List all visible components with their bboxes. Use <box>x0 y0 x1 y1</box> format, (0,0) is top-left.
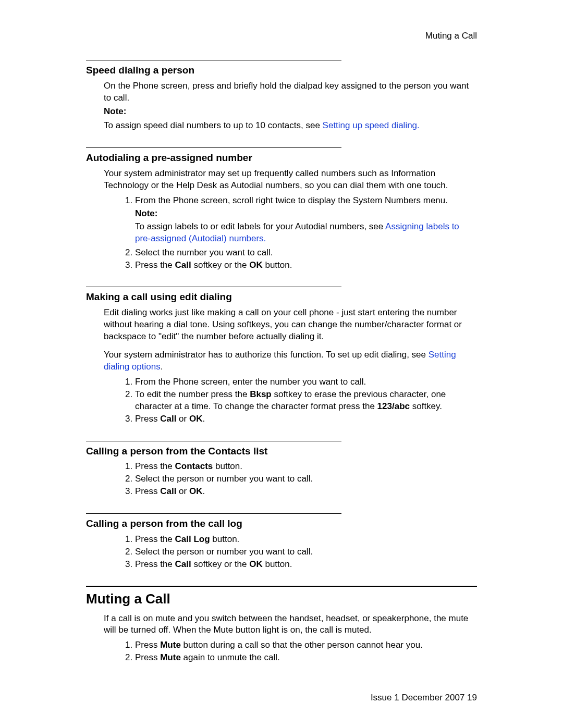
text-run: Your system administrator has to authori… <box>104 350 429 360</box>
section-rule <box>86 60 341 60</box>
ordered-steps: Press Mute button during a call so that … <box>86 639 477 664</box>
step-item: Press the Call softkey or the OK button. <box>135 559 477 571</box>
step-item: Press Mute button during a call so that … <box>135 639 477 651</box>
section-heading: Calling a person from the call log <box>86 517 477 530</box>
section-rule <box>86 513 341 514</box>
text-run: button. <box>210 534 240 544</box>
step-item: Press Call or OK. <box>135 413 477 425</box>
step-item: Select the person or number you want to … <box>135 473 477 485</box>
major-heading: Muting a Call <box>86 590 477 608</box>
ordered-steps: Press the Call Log button. Select the pe… <box>86 534 477 571</box>
section-edit-dialing: Making a call using edit dialing Edit di… <box>86 287 477 425</box>
bold-run: Call Log <box>175 534 210 544</box>
bold-run: Call <box>175 260 191 270</box>
step-item: Press the Contacts button. <box>135 461 477 473</box>
section-heading: Calling a person from the Contacts list <box>86 445 477 458</box>
bold-run: 123/abc <box>377 401 410 411</box>
ordered-steps: From the Phone screen, enter the number … <box>86 376 477 425</box>
note-label: Note: <box>135 208 477 220</box>
bold-run: OK <box>189 414 203 424</box>
paragraph: Edit dialing works just like making a ca… <box>104 307 477 343</box>
bold-run: Call <box>160 414 176 424</box>
bold-run: Call <box>175 559 191 569</box>
text-run: . <box>202 414 205 424</box>
text-run: . <box>161 362 163 372</box>
page-footer: Issue 1 December 2007 19 <box>371 692 477 704</box>
paragraph: On the Phone screen, press and briefly h… <box>104 80 477 104</box>
bold-run: Bksp <box>250 389 272 399</box>
paragraph: If a call is on mute and you switch betw… <box>104 613 477 637</box>
section-calllog-call: Calling a person from the call log Press… <box>86 513 477 570</box>
text-run: softkey. <box>410 401 442 411</box>
text-run: . <box>202 486 205 496</box>
step-item: Press the Call Log button. <box>135 534 477 546</box>
section-heading: Autodialing a pre-assigned number <box>86 151 477 165</box>
paragraph: Your system administrator may set up fre… <box>104 168 477 192</box>
step-item: From the Phone screen, enter the number … <box>135 376 477 388</box>
text-run: Press the <box>135 260 175 270</box>
text-run: softkey or the <box>191 559 250 569</box>
text-run: To edit the number press the <box>135 389 250 399</box>
text-run: Press <box>135 486 160 496</box>
text-run: button during a call so that the other p… <box>181 640 423 650</box>
bold-run: Mute <box>160 652 181 662</box>
step-item: Press Call or OK. <box>135 486 477 498</box>
text-run: or <box>176 414 189 424</box>
bold-run: OK <box>189 486 203 496</box>
bold-run: Mute <box>160 640 181 650</box>
paragraph: Your system administrator has to authori… <box>104 349 477 373</box>
step-item: Select the person or number you want to … <box>135 546 477 558</box>
text-run: Press the <box>135 461 175 471</box>
text-run: again to unmute the call. <box>181 652 280 662</box>
section-speed-dialing: Speed dialing a person On the Phone scre… <box>86 60 477 132</box>
bold-run: OK <box>249 559 263 569</box>
text-run: Press the <box>135 534 175 544</box>
step-item: Press the Call softkey or the OK button. <box>135 260 477 272</box>
text-run: Press <box>135 652 160 662</box>
text-run: Press the <box>135 559 175 569</box>
link-speed-dial-setup[interactable]: Setting up speed dialing. <box>323 120 420 130</box>
section-heading: Speed dialing a person <box>86 64 477 77</box>
step-item: Press Mute again to unmute the call. <box>135 652 477 664</box>
step-item: To edit the number press the Bksp softke… <box>135 389 477 413</box>
text-run: To assign labels to or edit labels for y… <box>135 221 385 231</box>
text-run: button. <box>263 260 292 270</box>
section-rule <box>86 147 341 148</box>
text-run: Press <box>135 414 160 424</box>
document-page: Muting a Call Speed dialing a person On … <box>0 0 563 728</box>
bold-run: Call <box>160 486 176 496</box>
section-autodialing: Autodialing a pre-assigned number Your s… <box>86 147 477 271</box>
section-muting: Muting a Call If a call is on mute and y… <box>86 586 477 664</box>
text-run: Press <box>135 640 160 650</box>
note-text: To assign labels to or edit labels for y… <box>135 221 477 245</box>
ordered-steps: From the Phone screen, scroll right twic… <box>86 195 477 272</box>
bold-run: OK <box>249 260 263 270</box>
text-run: button. <box>213 461 242 471</box>
section-contacts-call: Calling a person from the Contacts list … <box>86 441 477 498</box>
running-header: Muting a Call <box>86 30 477 42</box>
section-heading: Making a call using edit dialing <box>86 290 477 304</box>
note-label: Note: <box>104 106 477 118</box>
text-run: or <box>176 486 189 496</box>
note-text: To assign speed dial numbers to up to 10… <box>104 120 477 132</box>
text-run: softkey or the <box>191 260 250 270</box>
major-rule <box>86 586 477 587</box>
text-run: From the Phone screen, scroll right twic… <box>135 195 448 205</box>
step-item: Select the number you want to call. <box>135 247 477 259</box>
bold-run: Contacts <box>175 461 213 471</box>
ordered-steps: Press the Contacts button. Select the pe… <box>86 461 477 498</box>
text-run: To assign speed dial numbers to up to 10… <box>104 120 323 130</box>
step-item: From the Phone screen, scroll right twic… <box>135 195 477 245</box>
text-run: button. <box>263 559 292 569</box>
section-rule <box>86 287 341 287</box>
section-rule <box>86 441 341 441</box>
